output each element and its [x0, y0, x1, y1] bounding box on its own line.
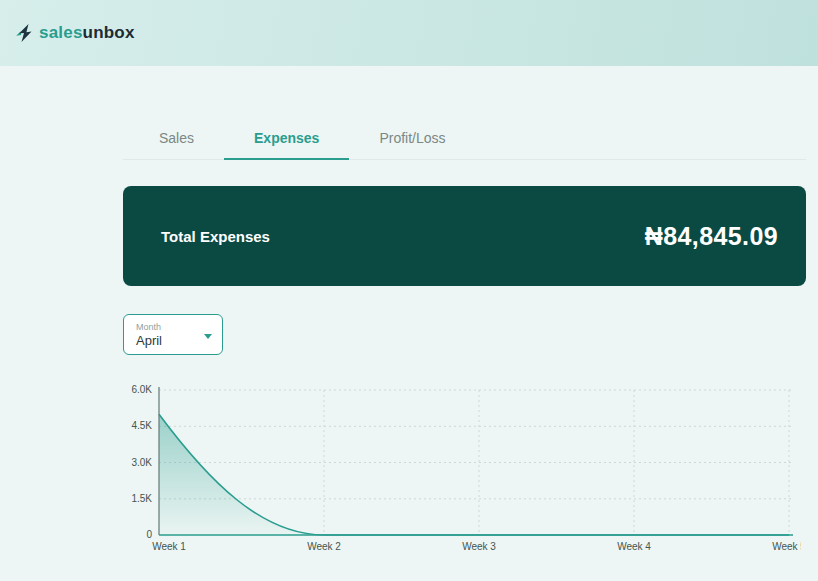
- svg-text:Week 1: Week 1: [152, 541, 186, 552]
- logo: salesunbox: [14, 22, 135, 44]
- main-content: Sales Expenses Profit/Loss Total Expense…: [0, 121, 818, 561]
- app-header: salesunbox: [0, 0, 818, 66]
- svg-text:6.0K: 6.0K: [131, 385, 152, 395]
- svg-text:Week 4: Week 4: [617, 541, 651, 552]
- logo-text-unbox: unbox: [83, 23, 135, 42]
- svg-text:Week 5: Week 5: [772, 541, 801, 552]
- card-label: Total Expenses: [161, 228, 270, 245]
- tab-expenses[interactable]: Expenses: [224, 121, 349, 159]
- svg-text:Week 2: Week 2: [307, 541, 341, 552]
- tab-bar: Sales Expenses Profit/Loss: [123, 121, 806, 160]
- logo-text-sales: sales: [39, 23, 83, 42]
- total-expenses-card: Total Expenses ₦84,845.09: [123, 186, 806, 286]
- chart-svg: 6.0K4.5K3.0K1.5K0 Week 1Week 2Week 3Week…: [123, 385, 801, 557]
- chart-area-fill: [159, 414, 789, 535]
- month-select-value: April: [136, 333, 162, 348]
- logo-text: salesunbox: [39, 23, 135, 43]
- month-select-text: Month April: [136, 322, 162, 348]
- svg-text:1.5K: 1.5K: [131, 493, 152, 504]
- tab-sales[interactable]: Sales: [129, 121, 224, 159]
- logo-icon: [14, 22, 36, 44]
- svg-text:3.0K: 3.0K: [131, 457, 152, 468]
- svg-text:0: 0: [146, 529, 152, 540]
- svg-text:Week 3: Week 3: [462, 541, 496, 552]
- month-select[interactable]: Month April: [123, 314, 223, 355]
- svg-text:4.5K: 4.5K: [131, 420, 152, 431]
- tab-profit-loss[interactable]: Profit/Loss: [349, 121, 475, 159]
- month-select-label: Month: [136, 322, 162, 332]
- chevron-down-icon: [204, 334, 212, 339]
- total-expenses-amount: ₦84,845.09: [645, 222, 778, 251]
- expenses-chart: 6.0K4.5K3.0K1.5K0 Week 1Week 2Week 3Week…: [123, 385, 806, 561]
